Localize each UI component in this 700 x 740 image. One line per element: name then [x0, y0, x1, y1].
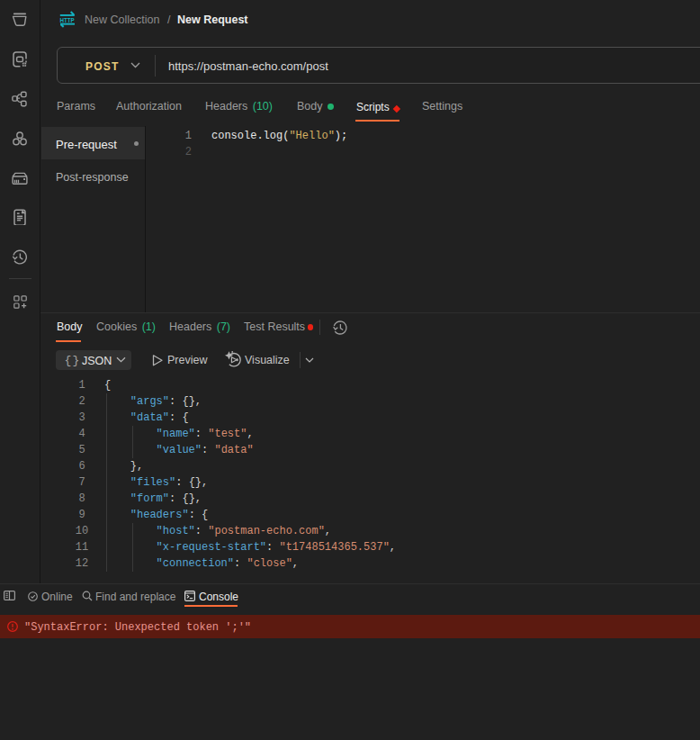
svg-text:HTTP: HTTP — [60, 16, 76, 24]
